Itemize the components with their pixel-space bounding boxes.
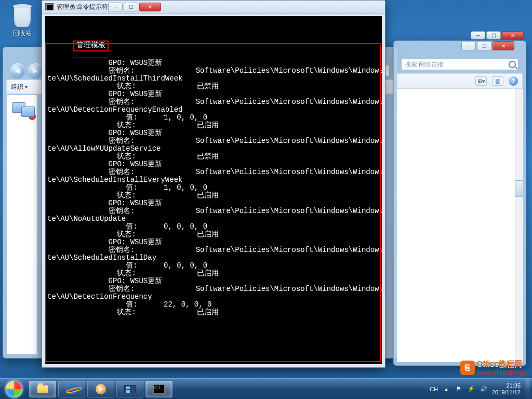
command-prompt-window: 管理员: 命令提示符 ─ ☐ ✕ 管理模板 ________ GPO: WSUS… <box>42 0 385 368</box>
maximize-button[interactable]: ☐ <box>486 31 501 39</box>
search-icon <box>509 61 516 68</box>
close-button[interactable]: ✕ <box>502 31 524 39</box>
minimize-button[interactable]: ─ <box>461 41 476 50</box>
minimize-button[interactable]: ─ <box>471 31 485 39</box>
app-icon <box>124 385 136 393</box>
organize-menu[interactable]: 组织 <box>11 83 28 91</box>
taskbar-app[interactable] <box>116 381 143 397</box>
preview-pane-button[interactable]: ▥ <box>492 76 503 86</box>
recycle-bin-label: 回收站 <box>6 29 38 38</box>
maximize-button[interactable]: ☐ <box>477 41 491 50</box>
command-bar: ⊞▾ ▥ ? <box>397 73 523 89</box>
background-window-controls: ─ ☐ ✕ <box>471 31 528 42</box>
explorer-window-front: ─ ☐ ✕ 搜索 网络连接 ⊞▾ ▥ ? <box>393 41 526 366</box>
scrollbar-track[interactable] <box>515 89 523 362</box>
action-center-icon[interactable]: ⚑ <box>455 385 463 393</box>
recycle-bin-icon <box>10 3 35 28</box>
title-prefix: 管理员: <box>57 3 77 11</box>
taskbar-media-player[interactable] <box>87 381 114 397</box>
network-adapter-icon[interactable]: ✕ <box>12 100 37 121</box>
system-tray: CH ▴ ⚑ ⚡ 🔊 21:35 2019/11/12 <box>430 379 532 400</box>
clock[interactable]: 21:35 2019/11/12 <box>492 382 521 396</box>
content-pane[interactable] <box>397 89 523 362</box>
taskbar: C:\_ CH ▴ ⚑ ⚡ 🔊 21:35 2019/11/12 <box>0 378 532 399</box>
folder-icon <box>37 385 48 393</box>
windows-orb-icon <box>5 380 23 398</box>
highlight-box-header: 管理模板 <box>73 41 109 51</box>
scrollbar-thumb[interactable] <box>515 180 523 197</box>
show-desktop-button[interactable] <box>525 379 530 400</box>
watermark-url: www.office26.com <box>477 369 527 376</box>
volume-icon[interactable]: 🔊 <box>480 385 488 393</box>
view-icon: ⊞ <box>477 78 482 85</box>
forward-button[interactable]: ► <box>28 63 43 78</box>
taskbar-ie[interactable] <box>58 381 85 397</box>
console-output[interactable]: 管理模板 ________ GPO: WSUS更新 密钥名: Software\… <box>45 16 382 364</box>
titlebar[interactable]: 管理员: 命令提示符 ─ ☐ ✕ <box>42 1 385 14</box>
ie-icon <box>65 382 78 395</box>
start-button[interactable] <box>0 379 28 400</box>
cmd-icon: C:\_ <box>153 384 165 394</box>
content-pane: ✕ <box>7 95 37 354</box>
taskbar-cmd[interactable]: C:\_ <box>145 381 172 397</box>
taskbar-explorer[interactable] <box>29 381 56 397</box>
search-placeholder: 搜索 网络连接 <box>405 60 444 69</box>
nav-bar: 搜索 网络连接 <box>397 56 523 73</box>
search-input[interactable]: 搜索 网络连接 <box>401 59 518 70</box>
maximize-button[interactable]: ☐ <box>124 3 138 11</box>
close-button[interactable]: ✕ <box>139 3 161 11</box>
view-button[interactable]: ⊞▾ <box>475 76 487 86</box>
media-player-icon <box>96 384 106 394</box>
recycle-bin[interactable]: 回收站 <box>6 3 38 38</box>
power-icon[interactable]: ⚡ <box>467 385 475 393</box>
titlebar[interactable]: ─ ☐ ✕ <box>394 41 526 56</box>
disabled-overlay-icon: ✕ <box>29 113 36 120</box>
ime-indicator[interactable]: CH <box>430 386 438 392</box>
clock-date: 2019/11/12 <box>492 389 521 396</box>
help-button[interactable]: ? <box>509 76 518 86</box>
back-button[interactable]: ◄ <box>10 63 25 78</box>
title-text: 命令提示符 <box>77 3 108 11</box>
close-button[interactable]: ✕ <box>493 41 514 50</box>
tray-overflow-button[interactable]: ▴ <box>442 385 450 393</box>
cmd-icon <box>45 3 54 10</box>
clock-time: 21:35 <box>492 382 521 389</box>
minimize-button[interactable]: ─ <box>108 3 123 11</box>
